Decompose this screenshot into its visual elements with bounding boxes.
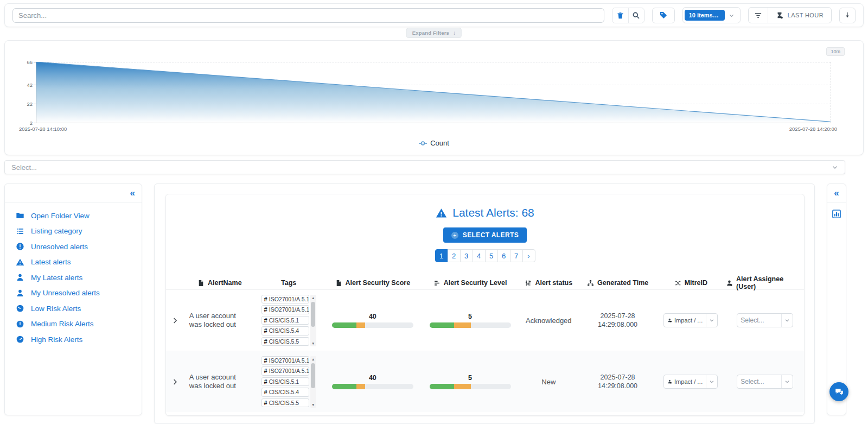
bar-chart-icon[interactable] bbox=[832, 209, 841, 219]
chevron-down-icon bbox=[706, 314, 717, 327]
trash-icon bbox=[616, 11, 624, 20]
scrollbar-thumb[interactable] bbox=[311, 302, 315, 327]
global-filter-select[interactable]: Select... bbox=[4, 160, 845, 174]
sidebar-item-label: My Latest alerts bbox=[31, 274, 82, 282]
tag-chip: CIS/CIS.5.4 bbox=[261, 388, 309, 397]
chevron-down-icon bbox=[725, 12, 739, 18]
column-header-status: Alert status bbox=[518, 279, 580, 287]
top-toolbar: 10 items p... LAST HOUR bbox=[4, 3, 864, 27]
column-header-level: Alert Security Level bbox=[423, 279, 518, 287]
hash-icon bbox=[264, 327, 267, 334]
sidebar-item-low-risk-alerts[interactable]: Low Risk Alerts bbox=[16, 301, 142, 317]
page-button-5[interactable]: 5 bbox=[485, 249, 498, 262]
hash-icon bbox=[264, 317, 267, 324]
level-value: 5 bbox=[468, 374, 472, 382]
table-header-row: AlertName Tags Alert Security Score Aler… bbox=[166, 276, 804, 289]
scroll-up-icon[interactable]: ▲ bbox=[310, 295, 316, 301]
chat-button[interactable] bbox=[829, 382, 848, 401]
rail-body bbox=[827, 202, 846, 219]
warning-triangle-icon bbox=[436, 207, 447, 219]
arrow-down-icon: ↓ bbox=[453, 30, 456, 36]
collapse-sidebar-button[interactable]: « bbox=[130, 188, 135, 198]
scroll-down-icon[interactable]: ▼ bbox=[310, 340, 316, 346]
alert-name: A user account was locked out bbox=[189, 373, 250, 391]
collapse-rail-button[interactable]: « bbox=[834, 188, 839, 198]
y-axis-tick: 66 bbox=[27, 59, 33, 65]
plus-circle-icon bbox=[451, 232, 458, 239]
page-button-next[interactable]: › bbox=[522, 249, 535, 262]
sidebar-item-label: Listing category bbox=[31, 227, 82, 235]
security-level: 5 bbox=[430, 313, 511, 328]
sidebar-header: « bbox=[5, 184, 142, 202]
mitreid-dropdown[interactable]: Impact / Ac... bbox=[663, 375, 718, 389]
time-range-button[interactable]: LAST HOUR bbox=[768, 8, 831, 23]
page-button-1[interactable]: 1 bbox=[435, 249, 448, 262]
search-icon bbox=[632, 11, 640, 20]
views-sidebar: « Open Folder View Listing category Unre… bbox=[4, 183, 142, 415]
search-input[interactable] bbox=[12, 8, 604, 23]
score-bar bbox=[332, 322, 413, 328]
legend-item-count[interactable]: Count bbox=[5, 139, 863, 147]
hash-icon bbox=[264, 338, 267, 345]
alert-circle-icon bbox=[16, 242, 24, 251]
filter-button[interactable] bbox=[749, 8, 768, 23]
expand-filters-button[interactable]: Expand Filters ↓ bbox=[406, 28, 462, 38]
sidebar-item-label: Unresolved alerts bbox=[31, 243, 88, 251]
count-area-series bbox=[36, 62, 831, 123]
sidebar-item-label: High Risk Alerts bbox=[31, 336, 82, 344]
generated-time: 2025-07-28 14:29:08.000 bbox=[598, 312, 637, 330]
alerts-main-panel: Latest Alerts: 68 SELECT ALERTS 1 2 3 4 … bbox=[154, 183, 815, 424]
assignee-dropdown[interactable]: Select... bbox=[737, 313, 793, 327]
page-button-3[interactable]: 3 bbox=[460, 249, 473, 262]
expand-row-button[interactable] bbox=[171, 378, 179, 386]
sidebar-item-label: Medium Risk Alerts bbox=[31, 320, 94, 328]
list-icon bbox=[16, 227, 24, 236]
assignee-dropdown[interactable]: Select... bbox=[737, 375, 793, 389]
sidebar-item-high-risk-alerts[interactable]: High Risk Alerts bbox=[16, 332, 142, 347]
gauge-medium-icon bbox=[16, 320, 24, 328]
sidebar-item-my-latest-alerts[interactable]: My Latest alerts bbox=[16, 270, 142, 286]
page-button-6[interactable]: 6 bbox=[497, 249, 510, 262]
alert-row: A user account was locked out ISO27001/A… bbox=[166, 289, 804, 351]
chevron-down-icon bbox=[781, 375, 793, 388]
sidebar-item-latest-alerts[interactable]: Latest alerts bbox=[16, 255, 142, 270]
select-placeholder: Select... bbox=[11, 163, 832, 172]
sidebar-item-label: Latest alerts bbox=[31, 258, 71, 266]
alerts-dashboard: 10 items p... LAST HOUR Expand Filters ↓… bbox=[0, 0, 868, 424]
clear-search-button[interactable] bbox=[612, 8, 628, 23]
legend-label: Count bbox=[430, 139, 449, 147]
scroll-down-icon[interactable]: ▼ bbox=[310, 402, 316, 408]
scrollbar-thumb[interactable] bbox=[311, 363, 315, 388]
mitreid-dropdown[interactable]: Impact / Ac... bbox=[663, 313, 718, 327]
tag-chip: CIS/CIS.5.5 bbox=[261, 337, 309, 346]
sidebar-item-my-unresolved-alerts[interactable]: My Unresolved alerts bbox=[16, 286, 142, 301]
y-tickmark bbox=[34, 123, 36, 123]
folder-icon bbox=[16, 211, 24, 220]
tags-scrollbar[interactable]: ▲ ▼ bbox=[310, 356, 316, 408]
hash-icon bbox=[264, 378, 267, 385]
page-button-7[interactable]: 7 bbox=[510, 249, 523, 262]
select-alerts-button[interactable]: SELECT ALERTS bbox=[443, 227, 527, 243]
column-header-alertname: AlertName bbox=[184, 279, 255, 287]
alert-name: A user account was locked out bbox=[189, 312, 250, 330]
hash-icon bbox=[264, 389, 267, 395]
sidebar-item-listing-category[interactable]: Listing category bbox=[16, 224, 142, 239]
alert-row: A user account was locked out ISO27001/A… bbox=[166, 351, 804, 412]
download-button[interactable] bbox=[839, 8, 856, 23]
sidebar-item-open-folder-view[interactable]: Open Folder View bbox=[16, 208, 142, 224]
items-per-page-select[interactable]: 10 items p... bbox=[682, 7, 741, 23]
sidebar-item-label: Open Folder View bbox=[31, 212, 90, 220]
tags-list: ISO27001/A.5.15 ISO27001/A.5.16 CIS/CIS.… bbox=[261, 356, 316, 408]
page-button-2[interactable]: 2 bbox=[448, 249, 461, 262]
run-search-button[interactable] bbox=[628, 8, 644, 23]
sidebar-item-unresolved-alerts[interactable]: Unresolved alerts bbox=[16, 239, 142, 255]
alerts-count-chart: 10m 66 42 22 2 bbox=[4, 40, 864, 155]
alerts-list-card: Latest Alerts: 68 SELECT ALERTS 1 2 3 4 … bbox=[165, 194, 805, 416]
expand-row-button[interactable] bbox=[171, 317, 179, 325]
page-button-4[interactable]: 4 bbox=[473, 249, 486, 262]
tags-filter-button[interactable] bbox=[652, 8, 675, 23]
tags-scrollbar[interactable]: ▲ ▼ bbox=[310, 295, 316, 346]
sidebar-item-medium-risk-alerts[interactable]: Medium Risk Alerts bbox=[16, 317, 142, 332]
items-per-page-value: 10 items p... bbox=[685, 10, 725, 21]
scroll-up-icon[interactable]: ▲ bbox=[310, 356, 316, 362]
